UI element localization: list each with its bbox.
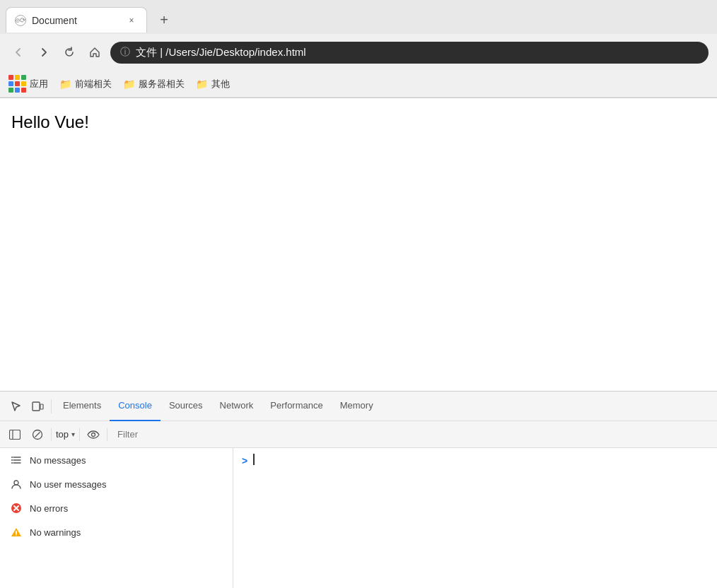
devtools-tab-bar: Elements Console Sources Network Perform…: [0, 392, 717, 421]
svg-point-14: [14, 481, 18, 485]
toolbar-sep-1: [51, 428, 52, 441]
tab-favicon-icon: [15, 15, 26, 26]
tab-title: Document: [32, 15, 119, 26]
error-icon: [10, 502, 23, 514]
console-cursor: [253, 454, 255, 465]
address-bar[interactable]: ⓘ 文件 | /Users/Jie/Desktop/index.html: [110, 42, 709, 64]
back-button[interactable]: [8, 42, 28, 62]
bookmark-server[interactable]: 📁 服务器相关: [123, 78, 185, 90]
svg-rect-1: [33, 402, 40, 411]
server-label: 服务器相关: [139, 78, 185, 90]
devtools-panel: Elements Console Sources Network Perform…: [0, 391, 717, 588]
devtools-sidebar: No messages No user messages: [0, 448, 233, 588]
bookmarks-bar: 应用 📁 前端相关 📁 服务器相关 📁 其他: [0, 71, 717, 98]
element-picker-button[interactable]: [6, 396, 27, 417]
sidebar-no-messages[interactable]: No messages: [0, 448, 233, 472]
other-label: 其他: [211, 78, 230, 90]
tab-memory[interactable]: Memory: [332, 392, 382, 421]
devtools-toolbar: top ▾: [0, 421, 717, 448]
svg-rect-2: [40, 404, 43, 409]
svg-point-19: [16, 534, 17, 536]
tab-elements[interactable]: Elements: [54, 392, 110, 421]
svg-point-13: [11, 462, 13, 464]
forward-button[interactable]: [34, 42, 54, 62]
context-selector[interactable]: top ▾: [56, 429, 75, 440]
list-icon: [10, 454, 23, 466]
address-bar-row: ⓘ 文件 | /Users/Jie/Desktop/index.html: [0, 34, 717, 71]
svg-rect-3: [10, 430, 21, 439]
apps-grid-icon: [8, 75, 26, 93]
toolbar-sep-2: [79, 428, 80, 441]
tab-close-button[interactable]: ×: [125, 14, 138, 27]
new-tab-button[interactable]: +: [153, 8, 175, 31]
console-prompt: >: [242, 454, 247, 466]
tab-network[interactable]: Network: [211, 392, 262, 421]
eye-icon-button[interactable]: [84, 425, 103, 444]
page-content: Hello Vue!: [0, 98, 717, 391]
no-messages-label: No messages: [30, 455, 86, 466]
reload-button[interactable]: [59, 42, 79, 62]
dropdown-arrow-icon: ▾: [71, 430, 75, 438]
tab-performance[interactable]: Performance: [262, 392, 331, 421]
address-info-icon: ⓘ: [120, 46, 130, 59]
bookmark-other[interactable]: 📁 其他: [196, 78, 230, 90]
console-area: >: [233, 448, 717, 588]
user-icon: [10, 478, 23, 490]
sidebar-no-user-messages[interactable]: No user messages: [0, 472, 233, 496]
svg-line-6: [35, 432, 40, 437]
home-button[interactable]: [85, 42, 105, 62]
frontend-label: 前端相关: [75, 78, 112, 90]
svg-point-11: [11, 457, 13, 458]
sidebar-no-errors[interactable]: No errors: [0, 496, 233, 520]
context-value: top: [56, 429, 69, 440]
folder-icon-3: 📁: [196, 78, 208, 90]
devtools-body: No messages No user messages: [0, 448, 717, 588]
sidebar-toggle-button[interactable]: [6, 425, 24, 444]
tab-bar: Document × +: [0, 0, 717, 34]
sidebar-no-warnings[interactable]: No warnings: [0, 520, 233, 544]
toolbar-sep-3: [107, 428, 107, 441]
warning-icon: [10, 526, 23, 539]
no-user-messages-label: No user messages: [30, 479, 106, 490]
folder-icon: 📁: [59, 78, 71, 90]
filter-input[interactable]: [112, 429, 711, 440]
tab-sources[interactable]: Sources: [161, 392, 211, 421]
tab-console[interactable]: Console: [110, 392, 161, 421]
browser-chrome: Document × + ⓘ 文件 | /Users/Jie/Desktop/i…: [0, 0, 717, 98]
browser-tab[interactable]: Document ×: [6, 7, 147, 33]
page-heading: Hello Vue!: [11, 112, 706, 132]
apps-label: 应用: [30, 78, 48, 90]
svg-point-12: [11, 459, 13, 461]
folder-icon-2: 📁: [123, 78, 135, 90]
tab-separator: [51, 399, 52, 413]
bookmark-frontend[interactable]: 📁 前端相关: [59, 78, 112, 90]
bookmark-apps[interactable]: 应用: [8, 75, 48, 93]
clear-console-button[interactable]: [28, 425, 47, 444]
device-toolbar-button[interactable]: [27, 396, 48, 417]
no-errors-label: No errors: [30, 503, 68, 514]
no-warnings-label: No warnings: [30, 527, 81, 538]
svg-point-7: [92, 433, 95, 436]
address-url: 文件 | /Users/Jie/Desktop/index.html: [136, 46, 699, 59]
